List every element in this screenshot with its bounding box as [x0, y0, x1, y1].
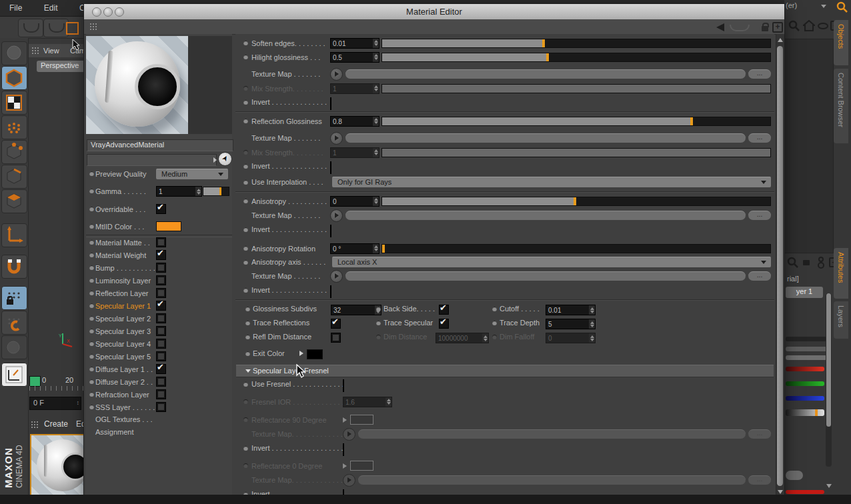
blue-channel-slider[interactable] [786, 396, 824, 401]
texture-map-bar[interactable] [345, 211, 746, 220]
anim-dot[interactable] [243, 100, 248, 105]
material-preview[interactable] [86, 36, 188, 134]
browse-button[interactable]: ... [748, 69, 771, 79]
anim-dot[interactable] [89, 354, 94, 359]
texture-arrow-button[interactable] [330, 68, 343, 81]
stepper-icon[interactable] [373, 197, 379, 206]
channel-checkbox[interactable] [156, 313, 166, 323]
stepper-icon[interactable] [195, 187, 201, 196]
anim-dot[interactable] [492, 307, 497, 311]
scrollbar-thumb[interactable] [777, 46, 783, 486]
assignment-link[interactable]: Assignment [95, 428, 133, 436]
stepper-icon[interactable] [589, 305, 595, 315]
anim-dot[interactable] [245, 335, 250, 339]
glossiness-subdivs-field[interactable]: 32 [331, 305, 381, 315]
right-scrollbar[interactable] [826, 293, 832, 467]
anim-dot[interactable] [245, 351, 250, 356]
points-mode-icon[interactable] [1, 140, 27, 164]
home-icon[interactable] [803, 20, 815, 32]
exit-color-swatch[interactable] [307, 349, 323, 359]
color-picker-icon[interactable]: ➤ [218, 152, 232, 166]
trace-specular-checkbox[interactable]: ✔ [439, 319, 449, 329]
selection-icon[interactable] [66, 22, 79, 35]
param-slider[interactable] [381, 39, 771, 48]
channel-checkbox[interactable] [156, 275, 166, 285]
coords-icon[interactable] [1, 363, 27, 387]
anim-dot[interactable] [243, 227, 248, 232]
menu-file[interactable]: File [0, 0, 31, 13]
texture-arrow-icon[interactable] [213, 157, 217, 163]
anim-dot[interactable] [376, 307, 381, 311]
anim-dot[interactable] [243, 446, 248, 451]
search-icon[interactable] [787, 257, 799, 269]
texture-map-bar[interactable] [345, 69, 746, 79]
menu-edit[interactable]: Edit [35, 0, 67, 13]
anim-dot[interactable] [89, 265, 94, 270]
timeline-marker[interactable] [29, 376, 41, 387]
array-grid-icon[interactable] [1, 115, 27, 139]
param-dropdown[interactable]: Local axis X [332, 257, 771, 267]
anim-dot[interactable] [89, 291, 94, 295]
attr-button[interactable] [786, 471, 803, 480]
anim-dot[interactable] [243, 164, 248, 169]
anim-dot[interactable] [89, 316, 94, 321]
material-name-field[interactable]: VrayAdvancedMaterial [87, 139, 233, 151]
workplane-icon[interactable] [1, 311, 27, 335]
texture-arrow-icon[interactable] [299, 351, 303, 356]
anim-dot[interactable] [89, 392, 94, 397]
preview-quality-dropdown[interactable]: Medium [156, 169, 228, 179]
anim-dot[interactable] [245, 307, 250, 311]
redo-button[interactable] [43, 19, 69, 37]
channel-label[interactable]: SSS Layer . . . . . . [95, 403, 155, 411]
history-icon[interactable] [730, 25, 750, 31]
param-slider[interactable] [381, 197, 771, 206]
anim-dot[interactable] [89, 367, 94, 371]
scroll-up-icon[interactable] [778, 38, 783, 42]
channel-label[interactable]: Specular Layer 3 [95, 327, 151, 335]
anim-dot[interactable] [243, 246, 248, 251]
invert-checkbox[interactable] [343, 443, 344, 456]
person-icon[interactable] [816, 257, 826, 269]
workplane-lock-icon[interactable] [1, 286, 27, 310]
perspective-label[interactable]: Perspective [37, 61, 87, 72]
anim-dot[interactable] [89, 189, 94, 193]
channel-checkbox[interactable] [156, 263, 166, 273]
channel-checkbox[interactable] [156, 288, 166, 298]
channel-checkbox[interactable]: ✔ [156, 364, 166, 374]
red-channel-slider[interactable] [786, 367, 824, 371]
eye-icon[interactable] [818, 23, 828, 29]
browse-button[interactable]: ... [748, 133, 771, 143]
material-manager-create[interactable]: Create [44, 419, 68, 429]
texture-map-bar[interactable] [345, 133, 746, 143]
edges-mode-icon[interactable] [1, 165, 27, 189]
channel-label[interactable]: Specular Layer 5 [95, 353, 151, 361]
anim-dot[interactable] [89, 278, 94, 283]
window-scrollbar[interactable] [776, 34, 784, 503]
model-tool-icon[interactable] [1, 41, 27, 65]
stepper-icon[interactable] [373, 244, 379, 253]
channel-checkbox[interactable]: ✔ [156, 250, 166, 260]
lock-icon[interactable] [803, 260, 810, 265]
scroll-down-icon[interactable] [826, 484, 832, 488]
channel-checkbox[interactable] [156, 377, 166, 387]
invert-checkbox[interactable] [343, 379, 344, 392]
trace-depth-field[interactable]: 5 [546, 319, 596, 329]
lock-icon[interactable] [762, 26, 768, 31]
channel-label[interactable]: Luminosity Layer [95, 277, 151, 285]
anim-dot[interactable] [89, 224, 94, 229]
tab-layers[interactable]: Layers [834, 301, 848, 339]
refl-dim-distance-checkbox[interactable] [331, 333, 341, 343]
anim-dot[interactable] [243, 55, 248, 59]
invert-checkbox[interactable] [330, 225, 331, 237]
mtlid-color-swatch[interactable] [156, 221, 181, 231]
anim-dot[interactable] [89, 253, 94, 257]
texture-mode-icon[interactable] [1, 91, 27, 115]
channel-label[interactable]: Bump . . . . . . . . . . [95, 264, 155, 272]
undo-button[interactable] [18, 19, 43, 37]
polygons-mode-icon[interactable] [1, 189, 27, 213]
layer-button-partial[interactable]: yer 1 [786, 287, 823, 298]
search-icon[interactable] [836, 1, 848, 13]
anim-dot[interactable] [89, 341, 94, 346]
channel-checkbox[interactable] [156, 351, 166, 361]
channel-label[interactable]: Specular Layer 4 [95, 340, 151, 348]
